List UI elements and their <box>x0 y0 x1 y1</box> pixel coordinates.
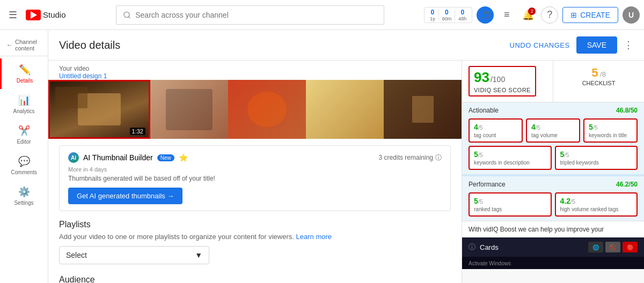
settings-icon: ⚙️ <box>18 186 30 198</box>
card-icon-3: 🔴 <box>623 242 638 252</box>
stat-60m: 0 60m <box>440 9 454 21</box>
metric-ranked-tags-value: 5/5 <box>474 197 546 205</box>
sidebar-item-analytics[interactable]: 📊 Analytics <box>0 89 48 120</box>
help-icon[interactable]: ? <box>541 6 558 24</box>
undo-changes-button[interactable]: UNDO CHANGES <box>510 41 570 49</box>
sidebar-item-details[interactable]: ✏️ Details <box>0 58 48 89</box>
seo-score-value: 93 <box>474 69 489 86</box>
more-days: More in 4 days <box>68 166 442 173</box>
main-thumbnail[interactable]: 1:32 <box>48 80 150 139</box>
search-input[interactable] <box>135 11 377 19</box>
thumbnail-3[interactable] <box>228 80 306 139</box>
info-icon: ⓘ <box>435 153 442 162</box>
user-avatar[interactable]: 🎵 <box>477 6 494 24</box>
details-icon: ✏️ <box>19 64 31 76</box>
content-body: Your video Untitled design 1 1:32 <box>48 61 644 283</box>
credits-info: 3 credits remaining ⓘ <box>379 153 442 162</box>
stats-box: 0 1y 0 60m 0 48h <box>424 7 472 23</box>
notifications-icon[interactable]: 🔔 2 <box>519 6 537 24</box>
stat-divider-2 <box>455 10 455 20</box>
cards-panel: ⓘ Cards 🌐 🚫 🔴 <box>462 237 644 257</box>
metric-high-volume-ranked: 4.2/5 high volume ranked tags <box>555 192 638 217</box>
header-actions: UNDO CHANGES SAVE ⋮ <box>510 36 634 54</box>
metric-high-volume-value: 4.2/5 <box>560 197 633 205</box>
channel-content-label: Channel content <box>15 39 41 51</box>
actionable-metrics-grid: 4/5 tag count 4/5 tag volume <box>469 118 638 143</box>
thumbnail-5[interactable] <box>384 80 462 139</box>
search-icon <box>123 11 131 19</box>
sidebar-item-settings[interactable]: ⚙️ Settings <box>0 181 48 211</box>
credits-text: 3 credits remaining <box>379 154 433 161</box>
editor-icon: ✂️ <box>18 125 30 137</box>
play-icon <box>31 11 37 19</box>
metric-keywords-title: 5/5 keywords in title <box>583 118 638 143</box>
create-button[interactable]: ⊞ CREATE <box>562 7 618 23</box>
get-ai-thumbnails-button[interactable]: Get AI generated thumbnails → <box>68 188 182 204</box>
seo-score-label: VIDIQ SEO SCORE <box>474 87 531 93</box>
youtube-logo <box>26 10 41 20</box>
stat-1y-label: 1y <box>430 16 435 21</box>
stat-60m-value: 0 <box>445 9 449 16</box>
back-icon: ← <box>6 41 13 49</box>
form-column: Your video Untitled design 1 1:32 <box>48 61 462 283</box>
content-header: Video details UNDO CHANGES SAVE ⋮ <box>48 30 644 61</box>
svg-line-1 <box>129 16 130 18</box>
boost-text: With vidIQ Boost we can help you improve… <box>469 226 604 233</box>
activate-text: Activate Windows <box>469 260 511 266</box>
seo-score-outline: 93 /100 VIDIQ SEO SCORE <box>469 66 536 96</box>
metric-tripled-keywords: 5/5 tripled keywords <box>555 146 638 170</box>
actionable-score: 46.8/50 <box>616 107 638 114</box>
stat-48h-label: 48h <box>458 16 466 21</box>
seo-score-box: 93 /100 VIDIQ SEO SCORE <box>462 61 553 102</box>
learn-more-link[interactable]: Learn more <box>296 233 332 241</box>
playlist-select[interactable]: Select ▼ <box>59 246 209 264</box>
metric-ranked-tags-label: ranked tags <box>474 206 546 212</box>
seo-score-main: 93 /100 <box>474 69 531 86</box>
metric-keywords-title-value: 5/5 <box>589 123 632 131</box>
ai-logo: AI <box>68 152 79 163</box>
cards-label: Cards <box>480 243 499 251</box>
stat-60m-label: 60m <box>442 16 452 21</box>
ai-section: AI AI Thumbnail Builder New ⭐ 3 credits … <box>48 139 462 220</box>
profile-avatar[interactable]: U <box>623 6 640 24</box>
thumbnail-2[interactable] <box>150 80 228 139</box>
your-video-label: Your video Untitled design 1 <box>48 61 462 80</box>
logo-area: Studio <box>26 10 66 20</box>
content-area: Video details UNDO CHANGES SAVE ⋮ Your v… <box>48 30 644 283</box>
seo-score-max: /100 <box>491 75 505 84</box>
save-button[interactable]: SAVE <box>576 36 617 54</box>
more-options-icon[interactable]: ⋮ <box>624 39 633 51</box>
cards-icons: 🌐 🚫 🔴 <box>588 242 638 252</box>
checklist-score-line: 5 /8 <box>560 66 638 80</box>
sidebar-item-editor[interactable]: ✂️ Editor <box>0 120 48 150</box>
card-icon-1: 🌐 <box>588 242 603 252</box>
studio-label: Studio <box>43 10 66 19</box>
menu-lines-icon[interactable]: ≡ <box>498 6 515 24</box>
stat-48h: 0 48h <box>456 9 469 21</box>
thumbnail-4[interactable] <box>306 80 384 139</box>
playlists-desc-text: Add your video to one or more playlists … <box>59 233 294 241</box>
menu-icon[interactable]: ☰ <box>4 5 21 25</box>
performance-score: 46.2/50 <box>616 181 638 188</box>
page-title: Video details <box>59 39 120 51</box>
svg-point-0 <box>124 12 129 17</box>
metric-tag-volume: 4/5 tag volume <box>526 118 580 143</box>
metric-tag-count-value: 4/5 <box>474 123 517 131</box>
ai-builder-card: AI AI Thumbnail Builder New ⭐ 3 credits … <box>59 145 451 211</box>
search-bar[interactable] <box>116 5 384 25</box>
metric-high-volume-label: high volume ranked tags <box>560 206 633 212</box>
metric-tripled-label: tripled keywords <box>560 160 633 166</box>
actionable-metrics-grid-2: 5/5 keywords in description 5/5 tripled … <box>469 146 638 170</box>
sidebar-item-comments[interactable]: 💬 Comments <box>0 150 48 181</box>
checklist-max: /8 <box>600 70 606 78</box>
metric-keywords-desc-value: 5/5 <box>474 150 546 159</box>
actionable-label: Actionable 46.8/50 <box>469 107 638 114</box>
boost-section: With vidIQ Boost we can help you improve… <box>462 221 644 237</box>
back-to-channel[interactable]: ← Channel content <box>0 34 48 56</box>
playlists-section: Playlists Add your video to one or more … <box>48 220 462 275</box>
select-label: Select <box>66 251 87 259</box>
analytics-icon: 📊 <box>18 94 30 106</box>
performance-section: Performance 46.2/50 5/5 ranked tags <box>462 174 644 221</box>
metric-keywords-title-label: keywords in title <box>589 132 632 138</box>
ai-description: Thumbnails generated will be based off o… <box>68 175 442 182</box>
